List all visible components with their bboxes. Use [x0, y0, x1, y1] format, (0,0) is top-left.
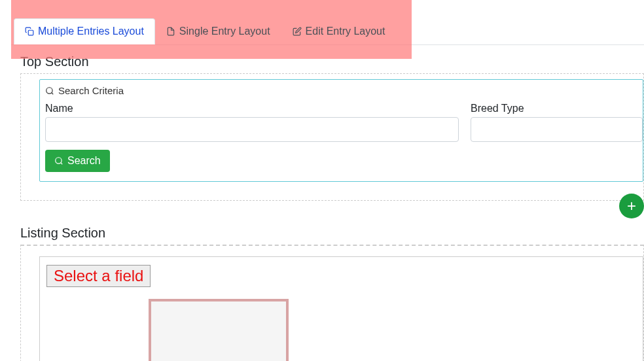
- search-criteria-box: Search Criteria Name Breed Type Search: [39, 79, 643, 182]
- search-criteria-header: Search Criteria: [45, 85, 643, 96]
- top-section-container: Search Criteria Name Breed Type Search: [20, 73, 644, 201]
- copy-icon: [25, 27, 34, 36]
- svg-line-2: [52, 92, 54, 94]
- tab-single-entry[interactable]: Single Entry Layout: [155, 18, 281, 44]
- breed-label: Breed Type: [471, 103, 643, 114]
- svg-point-1: [46, 87, 52, 93]
- layout-tabs: Multiple Entries Layout Single Entry Lay…: [11, 0, 644, 45]
- file-icon: [166, 27, 175, 36]
- edit-icon: [293, 27, 302, 36]
- svg-rect-0: [28, 30, 33, 35]
- name-input[interactable]: [45, 117, 459, 142]
- tab-multiple-entries[interactable]: Multiple Entries Layout: [14, 18, 155, 44]
- breed-input[interactable]: [471, 117, 643, 142]
- field-drop-target[interactable]: [149, 299, 289, 361]
- listing-inner: Select a field: [39, 256, 643, 361]
- tab-label: Multiple Entries Layout: [38, 26, 144, 37]
- search-criteria-label-text: Search Criteria: [58, 85, 124, 96]
- tab-label: Edit Entry Layout: [306, 26, 385, 37]
- tab-edit-entry[interactable]: Edit Entry Layout: [281, 18, 397, 44]
- listing-section-container: Select a field: [20, 245, 644, 361]
- tab-label: Single Entry Layout: [179, 26, 270, 37]
- listing-section-title: Listing Section: [20, 226, 644, 241]
- plus-icon: +: [627, 197, 636, 215]
- search-icon: [54, 156, 63, 165]
- search-icon: [45, 86, 54, 95]
- search-button-label: Search: [67, 155, 101, 167]
- select-field-placeholder[interactable]: Select a field: [46, 265, 151, 287]
- svg-line-4: [61, 163, 63, 165]
- name-field-group: Name: [45, 103, 459, 142]
- search-button[interactable]: Search: [45, 150, 110, 172]
- search-fields-row: Name Breed Type: [45, 103, 643, 142]
- top-section-title: Top Section: [20, 54, 644, 69]
- name-label: Name: [45, 103, 459, 114]
- add-button[interactable]: +: [619, 194, 644, 218]
- svg-point-3: [56, 158, 62, 163]
- breed-field-group: Breed Type: [471, 103, 643, 142]
